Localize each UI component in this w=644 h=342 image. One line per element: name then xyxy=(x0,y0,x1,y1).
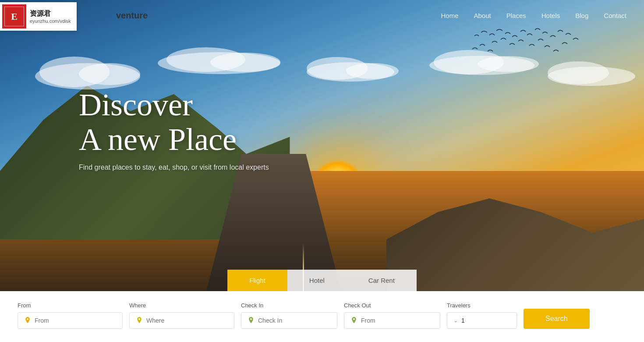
hero-title-line2: A new Place xyxy=(79,122,237,157)
hero-content: Discover A new Place Find great places t… xyxy=(79,88,269,171)
nav-home[interactable]: Home xyxy=(441,12,458,19)
location-icon-checkin xyxy=(248,317,255,324)
search-field-travelers: Travelers ⌄ xyxy=(447,302,517,329)
chevron-down-icon: ⌄ xyxy=(453,317,458,324)
search-tabs: Flight Hotel Car Rent xyxy=(0,270,644,291)
search-button[interactable]: Search xyxy=(524,309,590,329)
hero-title: Discover A new Place xyxy=(79,88,269,157)
svg-point-13 xyxy=(548,61,609,84)
from-input-wrap xyxy=(18,312,123,329)
travelers-input[interactable] xyxy=(461,317,488,324)
hero-subtitle: Find great places to stay, eat, shop, or… xyxy=(79,164,269,171)
location-icon-checkout xyxy=(350,317,357,324)
search-field-where: Where xyxy=(129,302,234,329)
search-field-from: From xyxy=(18,302,123,329)
logo-url-text: eyunzhu.com/vdisk xyxy=(30,18,71,24)
label-travelers: Travelers xyxy=(447,302,517,309)
checkin-input-wrap xyxy=(241,312,337,329)
search-bar: From Where C xyxy=(0,291,644,342)
location-icon-from xyxy=(24,317,31,324)
svg-point-5 xyxy=(210,53,280,72)
label-checkin: Check In xyxy=(241,302,337,309)
checkout-input-wrap xyxy=(344,312,440,329)
search-field-checkin: Check In xyxy=(241,302,337,329)
hero-title-line1: Discover xyxy=(79,87,193,122)
search-field-checkout: Check Out xyxy=(344,302,440,329)
svg-point-2 xyxy=(79,63,140,85)
checkin-input[interactable] xyxy=(258,317,331,324)
label-where: Where xyxy=(129,302,234,309)
checkout-input[interactable] xyxy=(361,317,434,324)
logo-text-column: 资源君 eyunzhu.com/vdisk xyxy=(26,4,74,28)
tab-hotel[interactable]: Hotel xyxy=(287,270,347,291)
where-input-wrap xyxy=(129,312,234,329)
navbar: venture Home About Places Hotels Blog Co… xyxy=(0,0,644,31)
from-input[interactable] xyxy=(35,317,116,324)
nav-places[interactable]: Places xyxy=(506,12,526,19)
label-checkout: Check Out xyxy=(344,302,440,309)
where-input[interactable] xyxy=(146,317,228,324)
logo-e-box: E xyxy=(2,4,26,28)
nav-hotels[interactable]: Hotels xyxy=(541,12,560,19)
logo-overlay: E 资源君 eyunzhu.com/vdisk xyxy=(0,2,77,31)
nav-links: Home About Places Hotels Blog Contact xyxy=(441,12,626,19)
svg-point-8 xyxy=(346,63,399,79)
travelers-input-wrap: ⌄ xyxy=(447,312,517,329)
location-icon-where xyxy=(136,317,143,324)
logo-chinese-text: 资源君 xyxy=(30,9,71,18)
svg-point-11 xyxy=(478,56,539,72)
hero-section: E 资源君 eyunzhu.com/vdisk venture Home Abo… xyxy=(0,0,644,342)
label-from: From xyxy=(18,302,123,309)
nav-about[interactable]: About xyxy=(474,12,491,19)
tab-car-rent[interactable]: Car Rent xyxy=(347,270,417,291)
nav-contact[interactable]: Contact xyxy=(604,12,626,19)
brand-name: venture xyxy=(114,11,148,21)
logo-e-inner: E xyxy=(4,7,24,26)
tab-flight[interactable]: Flight xyxy=(227,270,287,291)
search-section: Flight Hotel Car Rent From Where xyxy=(0,270,644,342)
nav-blog[interactable]: Blog xyxy=(575,12,588,19)
